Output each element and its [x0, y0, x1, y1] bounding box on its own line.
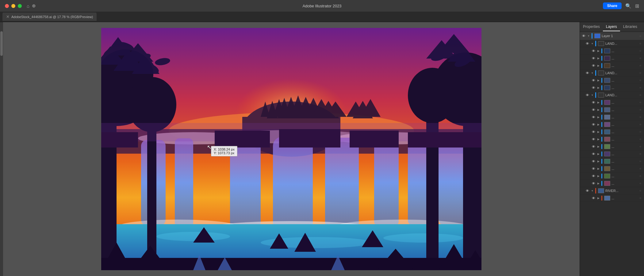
l3s12-eye[interactable]: 👁: [591, 182, 596, 185]
land1-sub3-chevron[interactable]: ▶: [596, 64, 600, 67]
canvas-scrollbar[interactable]: [0, 22, 3, 276]
land2-chevron[interactable]: ▾: [590, 71, 594, 75]
l2s1-lock[interactable]: ○: [638, 79, 643, 82]
land3-sub2[interactable]: 👁 ▶ ... ○: [580, 106, 644, 113]
share-button[interactable]: Share: [603, 2, 622, 9]
l3s1-lock[interactable]: ○: [638, 101, 643, 104]
sub2-lock[interactable]: ○: [638, 56, 643, 60]
land3-sub10[interactable]: 👁 ▶ ... ○: [580, 165, 644, 172]
land1-sub2-eye[interactable]: 👁: [591, 56, 596, 60]
minimize-button[interactable]: [11, 4, 15, 8]
star-icon[interactable]: ⊕: [32, 3, 36, 9]
l3s10-lock[interactable]: ○: [638, 167, 643, 170]
land1-lock[interactable]: ○: [638, 42, 643, 45]
l3s3-eye[interactable]: 👁: [591, 115, 596, 119]
land1-sub1[interactable]: 👁 ▶ ... ○: [580, 47, 644, 55]
scrollbar-thumb[interactable]: [0, 31, 3, 56]
l3s8-lock[interactable]: ○: [638, 152, 643, 155]
tab-close-icon[interactable]: ✕: [6, 14, 10, 19]
l3s9-lock[interactable]: ○: [638, 159, 643, 163]
l3s6-lock[interactable]: ○: [638, 137, 643, 141]
l3s8-eye[interactable]: 👁: [591, 152, 596, 156]
river-chevron[interactable]: ▾: [590, 189, 594, 192]
land-group-3[interactable]: 👁 ▾ LAND... ○: [580, 91, 644, 99]
l3s1-ch[interactable]: ▶: [596, 101, 600, 104]
l3s4-eye[interactable]: 👁: [591, 123, 596, 126]
river-sub1[interactable]: 👁 ▶ ... ○: [580, 194, 644, 202]
land1-sub1-chevron[interactable]: ▶: [596, 49, 600, 52]
l3s10-ch[interactable]: ▶: [596, 167, 600, 170]
l3s11-eye[interactable]: 👁: [591, 174, 596, 178]
land2-s1-eye[interactable]: 👁: [591, 79, 596, 82]
file-tab[interactable]: ✕ AdobeStock_444686758.ai @ 17.78 % (RGB…: [2, 13, 97, 21]
l3s3-ch[interactable]: ▶: [596, 116, 600, 119]
land3-lock[interactable]: ○: [638, 93, 643, 97]
l3s8-ch[interactable]: ▶: [596, 152, 600, 155]
land2-lock[interactable]: ○: [638, 71, 643, 75]
land2-sub2[interactable]: 👁 ▶ ... ○: [580, 84, 644, 91]
l3s7-eye[interactable]: 👁: [591, 145, 596, 148]
l3s5-ch[interactable]: ▶: [596, 130, 600, 133]
land-group-2[interactable]: 👁 ▾ LAND... ○: [580, 69, 644, 77]
l3s6-ch[interactable]: ▶: [596, 138, 600, 141]
maximize-button[interactable]: [18, 4, 22, 8]
land3-sub8[interactable]: 👁 ▶ ... ○: [580, 150, 644, 158]
land1-sub1-eye[interactable]: 👁: [591, 49, 596, 53]
land-group-1[interactable]: 👁 ▾ LAND... ○: [580, 40, 644, 47]
land2-sub1[interactable]: 👁 ▶ ... ○: [580, 77, 644, 84]
rs1-lock[interactable]: ○: [638, 196, 643, 200]
land2-s2-eye[interactable]: 👁: [591, 86, 596, 90]
l3s2-ch[interactable]: ▶: [596, 108, 600, 111]
l3s6-eye[interactable]: 👁: [591, 137, 596, 141]
l3s7-lock[interactable]: ○: [638, 145, 643, 148]
grid-icon[interactable]: ⊞: [635, 3, 639, 9]
l3s9-eye[interactable]: 👁: [591, 159, 596, 163]
land3-sub9[interactable]: 👁 ▶ ... ○: [580, 158, 644, 165]
layers-panel[interactable]: 👁 ▾ Layer 1 ○ 👁 ▾ LAND... ○ 👁 ▶: [580, 32, 644, 276]
tab-layers[interactable]: Layers: [603, 23, 620, 31]
land3-eye[interactable]: 👁: [585, 93, 590, 97]
close-button[interactable]: [5, 4, 9, 8]
land1-eye[interactable]: 👁: [585, 42, 590, 45]
land3-sub3[interactable]: 👁 ▶ ... ○: [580, 113, 644, 121]
sub1-lock[interactable]: ○: [638, 49, 643, 52]
land2-eye[interactable]: 👁: [585, 71, 590, 75]
l3s1-eye[interactable]: 👁: [591, 101, 596, 104]
land1-sub3-eye[interactable]: 👁: [591, 64, 596, 67]
layer1-lock-icon[interactable]: ○: [638, 34, 643, 38]
l3s5-eye[interactable]: 👁: [591, 130, 596, 134]
land1-sub2[interactable]: 👁 ▶ ... ○: [580, 55, 644, 62]
land3-sub4[interactable]: 👁 ▶ ... ○: [580, 121, 644, 128]
sub3-lock[interactable]: ○: [638, 64, 643, 67]
land3-sub5[interactable]: 👁 ▶ ... ○: [580, 128, 644, 136]
tab-properties[interactable]: Properties: [580, 23, 603, 31]
l3s2-lock[interactable]: ○: [638, 108, 643, 111]
l2s2-lock[interactable]: ○: [638, 86, 643, 89]
land3-sub12[interactable]: 👁 ▶ ... ○: [580, 180, 644, 187]
l3s12-ch[interactable]: ▶: [596, 182, 600, 185]
land1-sub3[interactable]: 👁 ▶ ... ○: [580, 62, 644, 69]
layer1-expand-icon[interactable]: ▾: [587, 34, 590, 37]
l3s4-ch[interactable]: ▶: [596, 123, 600, 126]
rs1-eye[interactable]: 👁: [591, 196, 596, 200]
land2-s1-ch[interactable]: ▶: [596, 79, 600, 82]
rs1-ch[interactable]: ▶: [596, 197, 600, 200]
layer1-header[interactable]: 👁 ▾ Layer 1 ○: [580, 32, 644, 40]
land3-sub7[interactable]: 👁 ▶ ... ○: [580, 143, 644, 150]
river-eye[interactable]: 👁: [585, 189, 590, 193]
canvas-area[interactable]: X: 1038.24 px Y: 1073.73 px ↖: [3, 22, 580, 276]
river-group[interactable]: 👁 ▾ RIVER... ○: [580, 187, 644, 194]
l3s10-eye[interactable]: 👁: [591, 167, 596, 171]
river-lock[interactable]: ○: [638, 189, 643, 192]
tab-libraries[interactable]: Libraries: [620, 23, 640, 31]
land3-sub6[interactable]: 👁 ▶ ... ○: [580, 136, 644, 143]
home-icon[interactable]: ⌂: [27, 3, 29, 9]
land2-s2-ch[interactable]: ▶: [596, 86, 600, 89]
l3s11-ch[interactable]: ▶: [596, 174, 600, 178]
l3s4-lock[interactable]: ○: [638, 123, 643, 126]
l3s3-lock[interactable]: ○: [638, 115, 643, 119]
land3-sub1[interactable]: 👁 ▶ ... ○: [580, 99, 644, 106]
land3-chevron[interactable]: ▾: [590, 94, 594, 97]
l3s9-ch[interactable]: ▶: [596, 160, 600, 163]
search-icon[interactable]: 🔍: [625, 3, 631, 9]
